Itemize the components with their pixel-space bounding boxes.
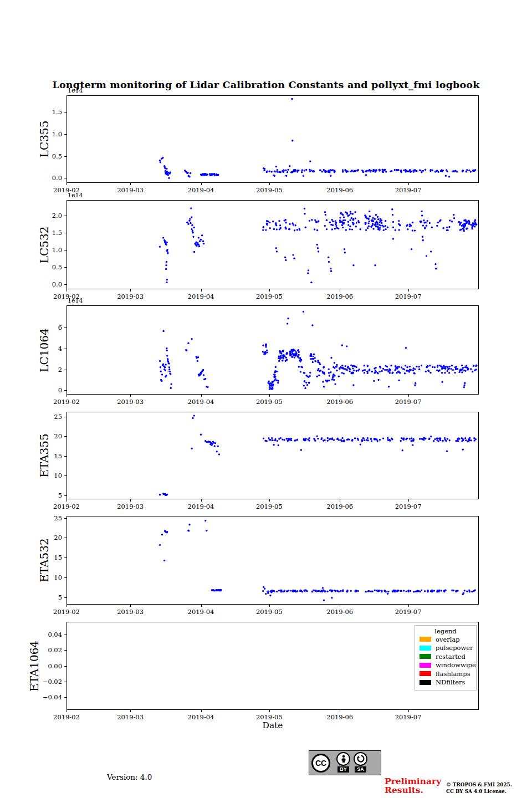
- y-tick-mark: [64, 635, 66, 635]
- x-tick-label: 2019-06: [323, 186, 356, 194]
- y-tick-label: 0.0: [40, 280, 62, 288]
- y-tick-mark: [64, 650, 66, 651]
- y-tick-label: −0.04: [40, 693, 62, 701]
- legend-entry-flashlamps: flashlamps: [415, 669, 476, 678]
- legend-title: legend: [415, 627, 476, 635]
- cc-sa-label: SA: [355, 766, 366, 773]
- subplot-LC1064-canvas: [66, 305, 479, 395]
- y-tick-label: 15: [40, 554, 62, 561]
- y-tick-mark: [64, 134, 66, 135]
- legend-box: legend overlap pulsepower restarted wind…: [415, 625, 477, 690]
- x-tick-mark: [269, 289, 270, 291]
- copyright-text: © TROPOS & FMI 2025. CC BY SA 4.0 Licens…: [446, 782, 512, 795]
- x-tick-mark: [201, 605, 202, 607]
- x-tick-label: 2019-06: [323, 608, 356, 616]
- y-axis-label-ETA1064: ETA1064: [28, 640, 41, 691]
- scatter-points-LC355: [159, 98, 477, 179]
- x-tick-label: 2019-05: [253, 713, 286, 721]
- version-text: Version: 4.0: [107, 773, 152, 781]
- cc-by-person-icon: [336, 752, 350, 766]
- y-tick-label: 15: [40, 452, 62, 460]
- legend-entry-overlap: overlap: [415, 635, 476, 644]
- x-tick-mark: [408, 289, 409, 291]
- x-tick-label: 2019-02: [50, 608, 83, 616]
- x-tick-mark: [340, 499, 340, 502]
- x-tick-label: 2019-07: [392, 398, 425, 406]
- x-tick-mark: [201, 499, 202, 502]
- y-tick-label: 20: [40, 534, 62, 541]
- y-axis-offset-LC1064: 1e14: [68, 297, 83, 304]
- y-tick-label: 25: [40, 413, 62, 421]
- x-tick-mark: [66, 499, 67, 502]
- y-tick-label: 10: [40, 574, 62, 581]
- x-tick-mark: [66, 289, 67, 291]
- y-tick-mark: [64, 112, 66, 112]
- y-tick-label: 0.02: [40, 646, 62, 654]
- y-tick-mark: [64, 233, 66, 233]
- x-tick-mark: [201, 395, 202, 397]
- x-tick-label: 2019-03: [114, 293, 147, 300]
- x-tick-label: 2019-03: [114, 713, 147, 721]
- x-tick-mark: [340, 605, 340, 607]
- x-tick-mark: [201, 183, 202, 185]
- flashlamps-swatch: [420, 671, 431, 676]
- legend-label: flashlamps: [436, 670, 470, 678]
- x-tick-label: 2019-06: [323, 398, 356, 406]
- legend-label: pulsepower: [436, 644, 473, 652]
- y-tick-mark: [64, 178, 66, 178]
- x-tick-label: 2019-07: [392, 186, 425, 194]
- y-tick-label: 1.5: [40, 229, 62, 237]
- x-tick-label: 2019-06: [323, 293, 356, 300]
- x-tick-mark: [66, 710, 67, 712]
- cc-sa-column: SA: [354, 752, 367, 774]
- y-axis-offset-LC355: 1e14: [68, 87, 83, 94]
- y-tick-label: 5: [40, 492, 62, 499]
- figure-root: Longterm monitoring of Lidar Calibration…: [0, 0, 532, 798]
- subplot-ETA355-canvas: [66, 412, 479, 499]
- y-tick-label: 2.0: [40, 212, 62, 219]
- y-tick-label: 25: [40, 514, 62, 522]
- x-tick-label: 2019-07: [392, 713, 425, 721]
- x-tick-mark: [201, 289, 202, 291]
- y-tick-mark: [64, 666, 66, 667]
- cc-icon: CC: [311, 754, 330, 773]
- axes-frame: [67, 412, 479, 499]
- legend-label: overlap: [436, 636, 460, 643]
- x-tick-mark: [130, 710, 131, 712]
- x-tick-mark: [269, 710, 270, 712]
- y-tick-label: 10: [40, 472, 62, 479]
- y-tick-mark: [64, 557, 66, 558]
- x-tick-label: 2019-05: [253, 398, 286, 406]
- y-tick-label: 20: [40, 432, 62, 440]
- x-tick-label: 2019-04: [185, 713, 218, 721]
- x-tick-mark: [340, 710, 340, 712]
- y-tick-mark: [64, 370, 66, 370]
- y-tick-mark: [64, 328, 66, 328]
- x-tick-label: 2019-03: [114, 398, 147, 406]
- legend-entry-restarted: restarted: [415, 652, 476, 661]
- y-tick-label: 1.0: [40, 130, 62, 138]
- x-tick-mark: [66, 605, 67, 607]
- x-tick-mark: [66, 395, 67, 397]
- x-tick-label: 2019-07: [392, 608, 425, 616]
- y-tick-mark: [64, 682, 66, 682]
- y-tick-mark: [64, 518, 66, 519]
- y-tick-mark: [64, 390, 66, 391]
- x-tick-label: 2019-06: [323, 503, 356, 510]
- scatter-points-LC532: [159, 207, 478, 283]
- x-tick-mark: [130, 183, 131, 185]
- x-tick-label: 2019-05: [253, 293, 286, 300]
- x-tick-mark: [408, 183, 409, 185]
- x-tick-label: 2019-06: [323, 713, 356, 721]
- y-tick-mark: [64, 436, 66, 437]
- x-tick-label: 2019-05: [253, 608, 286, 616]
- x-tick-label: 2019-03: [114, 608, 147, 616]
- x-tick-mark: [408, 605, 409, 607]
- x-tick-mark: [66, 183, 67, 185]
- windowwipe-swatch: [420, 663, 431, 668]
- x-tick-mark: [269, 395, 270, 397]
- x-tick-label: 2019-04: [185, 186, 218, 194]
- x-tick-label: 2019-05: [253, 186, 286, 194]
- x-tick-label: 2019-04: [185, 398, 218, 406]
- x-tick-label: 2019-02: [50, 398, 83, 406]
